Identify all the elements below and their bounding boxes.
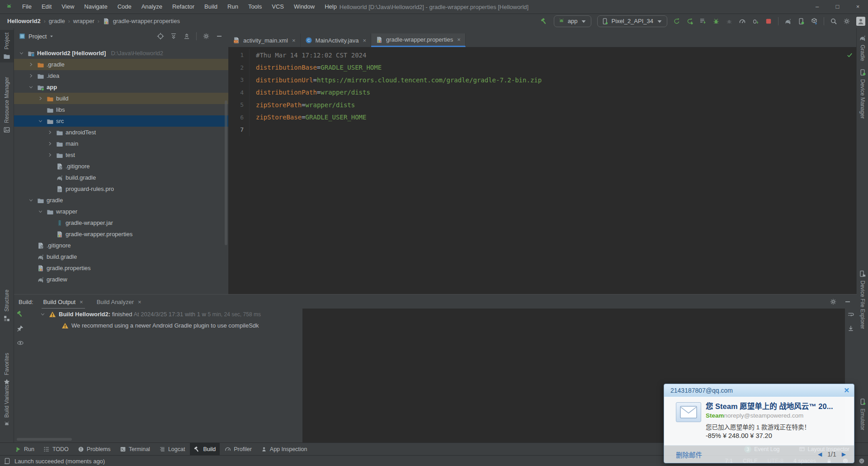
menu-navigate[interactable]: Navigate	[79, 0, 112, 14]
toolwindow-button-profiler[interactable]: Profiler	[221, 443, 256, 455]
close-icon[interactable]: ×	[292, 37, 296, 44]
tree-item[interactable]: gradlew	[14, 274, 228, 285]
delete-mail-link[interactable]: 删除邮件	[676, 450, 702, 459]
rerun-debug-button[interactable]	[686, 18, 693, 25]
menu-tools[interactable]: Tools	[243, 0, 267, 14]
tool-window-tab-gradle[interactable]: Gradle	[857, 34, 868, 61]
gear-icon[interactable]	[203, 33, 210, 40]
tree-collapse-arrow-icon[interactable]	[39, 312, 46, 317]
toolwindow-button-app-inspection[interactable]: App Inspection	[257, 443, 311, 455]
tree-collapse-arrow-icon[interactable]	[37, 209, 44, 214]
tree-expand-arrow-icon[interactable]	[27, 62, 35, 67]
close-icon[interactable]: ×	[80, 299, 83, 305]
profile-button[interactable]	[739, 18, 746, 25]
pin-icon[interactable]	[17, 325, 24, 332]
code-line[interactable]: 7	[228, 124, 857, 136]
editor-tab-gradle-wrapper.properties[interactable]: gradle-wrapper.properties×	[371, 33, 466, 47]
tree-item[interactable]: proguard-rules.pro	[14, 183, 228, 195]
editor-tab-MainActivity.java[interactable]: CMainActivity.java×	[301, 33, 371, 47]
build-output-row[interactable]: Build Helloworld2: finished At 2024/3/25…	[27, 309, 302, 320]
editor-tab-activity_main.xml[interactable]: activity_main.xml×	[228, 33, 301, 47]
tool-window-tab-emulator[interactable]: Emulator	[857, 398, 868, 430]
code-line[interactable]: 6zipStoreBase=GRADLE_USER_HOME	[228, 111, 857, 124]
run-configuration-selector[interactable]: app	[554, 15, 592, 27]
debug-button[interactable]	[712, 18, 720, 25]
tree-item[interactable]: build.gradle	[14, 172, 228, 183]
code-line[interactable]: 5zipStorePath=wrapper/dists	[228, 99, 857, 111]
breadcrumb-item[interactable]: gradle	[49, 18, 65, 24]
breadcrumb-file[interactable]: gradle-wrapper.properties	[113, 18, 180, 24]
toolwindow-button-terminal[interactable]: Terminal	[116, 443, 154, 455]
settings-button[interactable]	[843, 18, 850, 25]
toolwindow-button-problems[interactable]: Problems	[74, 443, 115, 455]
close-icon[interactable]: ×	[138, 299, 142, 305]
mail-popup-body[interactable]: 您 Steam 愿望单上的 战地风云™ 20... Steamnoreply@s…	[664, 397, 854, 446]
hide-panel-button[interactable]	[844, 298, 851, 305]
frown-icon[interactable]	[859, 458, 865, 464]
build-tree-scrollbar[interactable]	[17, 438, 72, 441]
pager-prev-icon[interactable]: ◀	[818, 451, 822, 457]
tree-collapse-arrow-icon[interactable]	[37, 119, 44, 124]
soft-wrap-icon[interactable]	[847, 311, 854, 319]
chevron-down-icon[interactable]	[49, 33, 54, 40]
build-tab-build-output[interactable]: Build Output×	[42, 295, 85, 309]
menu-refactor[interactable]: Refactor	[167, 0, 199, 14]
tree-expand-arrow-icon[interactable]	[46, 130, 54, 135]
tree-item[interactable]: app	[14, 81, 228, 93]
breadcrumb-root[interactable]: Helloworld2	[7, 18, 41, 24]
tree-expand-arrow-icon[interactable]	[37, 96, 44, 101]
tree-item[interactable]: gradle	[14, 195, 228, 206]
build-project-button[interactable]	[541, 18, 548, 25]
tool-window-tab-device-manager[interactable]: Device Manager	[857, 69, 868, 119]
mail-popup-header[interactable]: 2143187807@qq.com ✕	[664, 384, 854, 397]
tree-item[interactable]: Helloworld2 [Helloworld]D:\Java\Hellowor…	[14, 48, 228, 59]
tool-window-tab-build-variants[interactable]: Build Variants	[0, 385, 14, 428]
project-tree-scrollbar[interactable]	[225, 100, 227, 245]
tree-expand-arrow-icon[interactable]	[46, 152, 54, 157]
window-minimize-button[interactable]: –	[807, 0, 827, 14]
menu-run[interactable]: Run	[222, 0, 243, 14]
code-line[interactable]: 1#Thu Mar 14 17:12:02 CST 2024	[228, 49, 857, 62]
tree-item[interactable]: .gradle	[14, 59, 228, 70]
tree-item[interactable]: test	[14, 149, 228, 161]
menu-vcs[interactable]: VCS	[267, 0, 289, 14]
tool-window-tab-device-file-explorer[interactable]: Device File Explorer	[857, 270, 868, 329]
run-button[interactable]	[673, 18, 680, 25]
project-panel-title[interactable]: Project	[28, 33, 47, 40]
code-line[interactable]: 3distributionUrl=https://mirrors.cloud.t…	[228, 74, 857, 86]
menu-window[interactable]: Window	[289, 0, 320, 14]
close-icon[interactable]: ×	[363, 37, 366, 44]
menu-view[interactable]: View	[57, 0, 79, 14]
tree-item[interactable]: src	[14, 115, 228, 127]
tree-item[interactable]: build	[14, 93, 228, 104]
tree-item[interactable]: wrapper	[14, 206, 228, 217]
menu-edit[interactable]: Edit	[37, 0, 57, 14]
hide-panel-button[interactable]	[216, 33, 223, 40]
tree-item[interactable]: .gitignore	[14, 240, 228, 251]
tree-item[interactable]: main	[14, 138, 228, 149]
tree-item[interactable]: build.gradle	[14, 251, 228, 262]
tool-window-tab-project[interactable]: Project	[0, 30, 14, 62]
build-tab-build-analyzer[interactable]: Build Analyzer×	[95, 295, 143, 309]
expand-all-button[interactable]	[170, 33, 177, 40]
tree-collapse-arrow-icon[interactable]	[27, 198, 35, 203]
tree-item[interactable]: androidTest	[14, 127, 228, 138]
pager-next-icon[interactable]: ▶	[842, 451, 846, 457]
menu-help[interactable]: Help	[320, 0, 342, 14]
gear-icon[interactable]	[830, 298, 837, 305]
code-line[interactable]: 4distributionPath=wrapper/dists	[228, 86, 857, 99]
avd-manager-button[interactable]	[811, 18, 818, 25]
close-icon[interactable]: ✕	[844, 386, 849, 395]
attach-debugger-button[interactable]	[726, 18, 733, 25]
code-editor[interactable]: 1#Thu Mar 14 17:12:02 CST 20242distribut…	[228, 47, 857, 294]
menu-file[interactable]: File	[17, 0, 37, 14]
tool-window-tab-favorites[interactable]: Favorites	[0, 353, 14, 385]
scroll-end-icon[interactable]	[847, 325, 854, 332]
apply-changes-button[interactable]	[699, 18, 707, 25]
view-options-icon[interactable]	[17, 339, 24, 347]
menu-build[interactable]: Build	[199, 0, 222, 14]
tool-window-tab-structure[interactable]: Structure	[0, 290, 14, 322]
tree-item[interactable]: libs	[14, 104, 228, 115]
mail-subject[interactable]: 您 Steam 愿望单上的 战地风云™ 20...	[706, 400, 848, 411]
device-manager-button[interactable]	[797, 18, 805, 25]
